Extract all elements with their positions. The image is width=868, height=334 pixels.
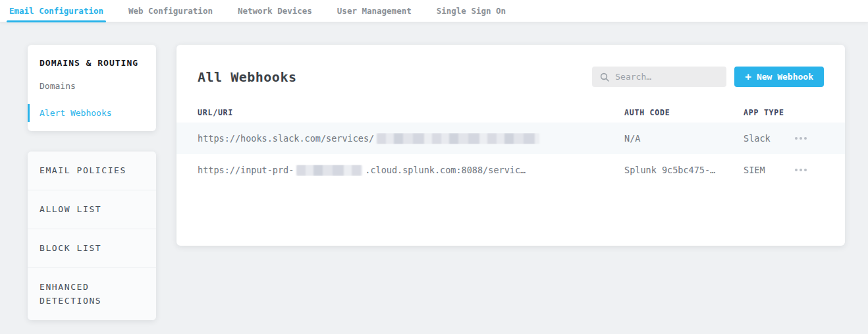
plus-icon: + <box>745 72 751 82</box>
search-icon <box>600 72 609 82</box>
row-menu-button[interactable] <box>794 133 824 144</box>
panel-header: All Webhooks + New Webhook <box>198 45 824 87</box>
tab-single-sign-on[interactable]: Single Sign On <box>434 0 508 22</box>
tab-user-management[interactable]: User Management <box>335 0 414 22</box>
tab-email-configuration[interactable]: Email Configuration <box>7 0 106 22</box>
auth-code-cell: N/A <box>624 133 744 144</box>
column-header-url: URL/URI <box>198 108 624 117</box>
app-type-cell: SIEM <box>744 165 794 175</box>
sidebar-item-alert-webhooks[interactable]: Alert Webhooks <box>28 104 156 122</box>
new-webhook-button[interactable]: + New Webhook <box>734 67 824 87</box>
tab-web-configuration[interactable]: Web Configuration <box>126 0 215 22</box>
sidebar-item-enhanced-detections[interactable]: ENHANCED DETECTIONS <box>28 268 156 320</box>
top-nav: Email Configuration Web Configuration Ne… <box>0 0 868 22</box>
domains-routing-card: DOMAINS & ROUTING Domains Alert Webhooks <box>28 45 156 131</box>
new-webhook-button-label: New Webhook <box>757 72 813 82</box>
sidebar-item-email-policies[interactable]: EMAIL POLICIES <box>28 152 156 190</box>
webhook-url-cell: https://input-prd- .cloud.splunk.com:808… <box>198 165 624 176</box>
row-menu-button[interactable] <box>794 165 824 175</box>
sidebar: DOMAINS & ROUTING Domains Alert Webhooks… <box>28 45 156 320</box>
domains-routing-title: DOMAINS & ROUTING <box>28 55 156 68</box>
page-title: All Webhooks <box>198 69 297 85</box>
ellipsis-icon <box>795 169 798 171</box>
app-type-cell: Slack <box>744 133 794 144</box>
column-header-auth-code: AUTH CODE <box>624 108 744 117</box>
search-box[interactable] <box>592 67 726 87</box>
ellipsis-icon <box>795 137 798 140</box>
table-row: https://hooks.slack.com/services/ N/A Sl… <box>176 123 845 154</box>
auth-code-cell: Splunk 9c5bc475-… <box>624 165 744 175</box>
webhooks-panel: All Webhooks + New Webhook URL/URI AUTH … <box>176 45 845 246</box>
webhooks-table: URL/URI AUTH CODE APP TYPE https://hooks… <box>176 103 845 186</box>
sidebar-item-domains[interactable]: Domains <box>28 77 156 95</box>
webhook-url-cell: https://hooks.slack.com/services/ <box>198 133 624 144</box>
search-input[interactable] <box>615 72 719 82</box>
table-row: https://input-prd- .cloud.splunk.com:808… <box>176 154 845 186</box>
sidebar-item-allow-list[interactable]: ALLOW LIST <box>28 190 156 229</box>
column-header-app-type: APP TYPE <box>744 108 794 117</box>
table-header-row: URL/URI AUTH CODE APP TYPE <box>176 103 845 123</box>
redacted-url-segment <box>296 165 362 176</box>
tab-network-devices[interactable]: Network Devices <box>235 0 315 22</box>
webhook-url-suffix: .cloud.splunk.com:8088/servic… <box>365 165 526 175</box>
webhook-url-prefix: https://hooks.slack.com/services/ <box>198 133 374 144</box>
webhook-url-prefix: https://input-prd- <box>198 165 294 175</box>
sidebar-sections-card: EMAIL POLICIES ALLOW LIST BLOCK LIST ENH… <box>28 152 156 320</box>
page-content: DOMAINS & ROUTING Domains Alert Webhooks… <box>0 22 868 320</box>
sidebar-item-block-list[interactable]: BLOCK LIST <box>28 229 156 268</box>
redacted-url-segment <box>377 133 539 144</box>
